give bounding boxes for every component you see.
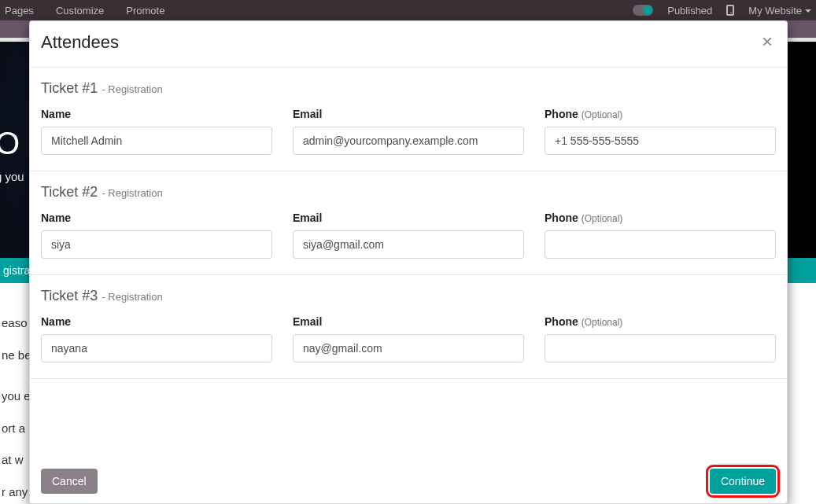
ticket-subtype: - Registration <box>102 187 162 199</box>
modal-body: Ticket #1 - Registration Name Email Phon… <box>30 68 787 459</box>
ticket-section: Ticket #3 - Registration Name Email Phon… <box>30 275 787 379</box>
attendees-modal: Attendees × Ticket #1 - Registration Nam… <box>29 20 788 504</box>
email-input[interactable] <box>293 334 524 362</box>
ticket-section: Ticket #1 - Registration Name Email Phon… <box>30 68 787 171</box>
name-input[interactable] <box>41 127 272 155</box>
close-icon: × <box>762 31 773 52</box>
email-label: Email <box>293 212 524 224</box>
close-button[interactable]: × <box>759 32 776 51</box>
ticket-number: Ticket #1 <box>41 80 98 96</box>
ticket-number: Ticket #2 <box>41 184 98 200</box>
ticket-heading: Ticket #2 - Registration <box>41 184 776 200</box>
optional-hint: (Optional) <box>582 317 623 328</box>
ticket-heading: Ticket #3 - Registration <box>41 288 776 304</box>
email-label: Email <box>293 108 524 120</box>
name-label: Name <box>41 108 272 120</box>
continue-button[interactable]: Continue <box>710 469 776 494</box>
modal-header: Attendees × <box>30 21 787 68</box>
phone-label: Phone (Optional) <box>545 108 776 120</box>
phone-input[interactable] <box>545 127 776 155</box>
name-label: Name <box>41 212 272 224</box>
phone-input[interactable] <box>545 230 776 259</box>
ticket-section: Ticket #2 - Registration Name Email Phon… <box>30 171 787 275</box>
cancel-button[interactable]: Cancel <box>41 469 98 494</box>
name-input[interactable] <box>41 230 272 259</box>
email-input[interactable] <box>293 230 524 259</box>
modal-title: Attendees <box>41 32 119 53</box>
phone-input[interactable] <box>545 334 776 362</box>
ticket-subtype: - Registration <box>102 83 162 95</box>
ticket-number: Ticket #3 <box>41 288 98 304</box>
name-input[interactable] <box>41 334 272 362</box>
phone-label: Phone (Optional) <box>545 315 776 328</box>
email-label: Email <box>293 315 524 328</box>
modal-footer: Cancel Continue <box>30 459 787 503</box>
ticket-subtype: - Registration <box>102 291 162 303</box>
optional-hint: (Optional) <box>582 213 623 224</box>
name-label: Name <box>41 315 272 328</box>
phone-label: Phone (Optional) <box>545 212 776 224</box>
ticket-heading: Ticket #1 - Registration <box>41 80 776 97</box>
email-input[interactable] <box>293 127 524 155</box>
optional-hint: (Optional) <box>582 109 623 120</box>
